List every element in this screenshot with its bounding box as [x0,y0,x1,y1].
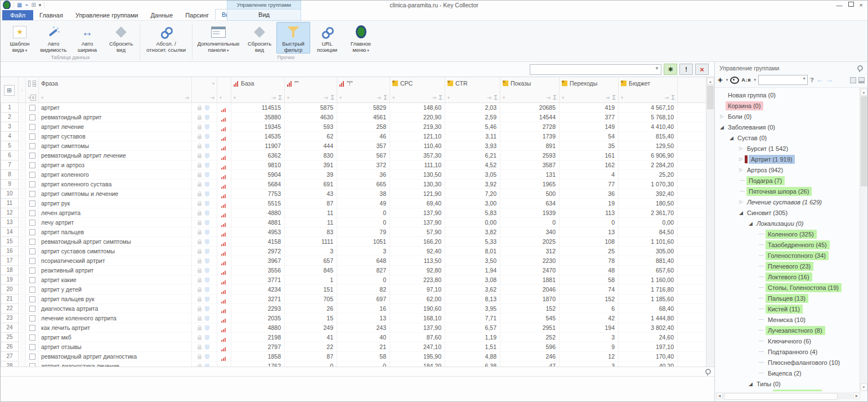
row-number[interactable]: 6 [1,151,19,160]
row-checkbox[interactable] [29,114,35,120]
row-checkbox[interactable] [29,354,35,360]
tree-item[interactable]: ◢Сустав (0) [715,132,860,143]
row-number[interactable]: 14 [1,227,19,237]
row-number[interactable]: 17 [1,256,19,266]
table-row[interactable]: 22диагностика артрита22932616190,603,951… [1,304,706,314]
tree-vertical-scrollbar[interactable]: ▲ ▼ [860,88,867,391]
apply-filter-button[interactable]: ✱ [664,64,677,75]
chevron-down-icon[interactable]: ▼ [802,77,806,81]
tab-file[interactable]: Файл [2,10,33,20]
row-number[interactable]: 27 [1,352,19,361]
table-row[interactable]: 26артрит отзывы27972221247,101,515969197… [1,342,706,352]
forward-arrow-icon[interactable]: → [826,76,833,84]
column-header-shows[interactable]: Показы [511,80,531,87]
grid-vertical-scrollbar[interactable]: ▲ [706,77,714,367]
row-number[interactable]: 5 [1,141,19,151]
filter-icon[interactable]: ▾ [41,95,43,100]
row-number[interactable]: 25 [1,333,19,342]
visibility-icon[interactable] [730,77,739,84]
table-row[interactable]: 27ревматоидный артрит диагностика1858875… [1,352,706,361]
tree-item[interactable]: ▷Лечение суставов (1 629) [715,196,860,207]
row-number[interactable]: 28 [1,361,19,367]
main-menu-button[interactable]: Главноеменю▾ [344,22,378,54]
row-number[interactable]: 12 [1,208,19,218]
collapse-arrow-icon[interactable]: ◢ [718,124,726,130]
row-checkbox[interactable] [29,220,35,226]
tree-item[interactable]: ◢Локализации (0) [715,218,860,229]
collapse-arrow-icon[interactable]: ◢ [737,210,745,216]
table-row[interactable]: 9артрит коленного сустава5684691665130,3… [1,180,706,189]
row-checkbox[interactable] [29,191,35,197]
collapse-arrow-icon[interactable]: ◢ [728,135,735,141]
row-number[interactable]: 21 [1,294,19,304]
minimize-button[interactable]: — [836,2,843,8]
row-number[interactable]: 9 [1,180,19,189]
tree-item[interactable]: Голеностопного (34) [715,250,860,261]
sum-icon[interactable]: Σ [494,95,498,101]
tree-item[interactable]: ▷Артроз (942) [715,164,860,175]
tree-item[interactable]: ◢Типы (0) [715,378,860,389]
row-number[interactable]: 8 [1,170,19,180]
table-row[interactable]: 14артрит пальцев4953837957,903,823401384… [1,227,706,237]
collapse-arrow-icon[interactable]: ◢ [747,221,754,226]
row-number[interactable]: 16 [1,247,19,256]
column-header-base[interactable]: База [241,80,254,87]
scroll-up-icon[interactable]: ▲ [707,78,714,85]
tree-item[interactable]: Плечевого (23) [715,261,860,271]
column-header-clicks[interactable]: Переходы [570,80,597,87]
pin-column-icon[interactable]: ⇥ [664,95,668,101]
expand-arrow-icon[interactable]: ▷ [737,157,745,162]
expand-arrow-icon[interactable]: ▷ [737,146,745,151]
row-checkbox[interactable] [29,277,35,283]
quick-filter-button[interactable]: Быстрыйфильтр [276,22,310,53]
table-row[interactable]: 1артрит11451558755829148,602,03206854194… [1,103,706,113]
table-row[interactable]: 7артрит и артроз9810391372111,104,523587… [1,160,706,170]
expand-arrow-icon[interactable]: ▷ [718,114,726,119]
help-icon[interactable]: ? [810,77,814,83]
table-row[interactable]: 21артрит пальцев рук327170569762,008,131… [1,294,706,304]
scrollbar-thumb[interactable] [707,86,714,109]
filter-icon[interactable]: ▾ [621,95,623,100]
row-checkbox[interactable] [29,239,35,245]
row-header-icon[interactable]: ⊞ [4,85,15,96]
sum-icon[interactable]: Σ [612,95,616,101]
row-number[interactable]: 2 [1,113,19,122]
tree-item[interactable]: Локтевого (16) [715,271,860,282]
row-number[interactable]: 19 [1,275,19,285]
tree-item[interactable]: ◢Синовит (305) [715,207,860,218]
back-arrow-icon[interactable]: ← [816,76,824,84]
column-header-ctr[interactable]: CTR [455,80,468,87]
row-number[interactable]: 13 [1,218,19,227]
select-all-checkbox[interactable] [28,81,30,87]
row-checkbox[interactable] [29,181,35,187]
row-checkbox[interactable] [29,210,35,216]
row-checkbox[interactable] [29,315,35,321]
pin-column-icon[interactable]: ⇥ [376,95,381,101]
row-number[interactable]: 26 [1,342,19,352]
dropdown-arrow-icon[interactable]: ▾ [726,78,728,82]
table-row[interactable]: 16артрит суставов симптомы29723392,408,0… [1,247,706,256]
table-row[interactable]: 28артрит диагностика лечение176200184,20… [1,361,706,367]
pin-icon[interactable] [705,369,711,374]
panel-layout-icon[interactable] [850,77,856,83]
tree-item[interactable]: Корзина (0) [715,100,860,111]
panel-layout-icon-2[interactable] [858,77,865,83]
table-row[interactable]: 17псориатический артрит3967657648113,503… [1,256,706,266]
row-number[interactable]: 1 [1,103,19,113]
tree-item[interactable]: ▷Артрит (1 919) [715,154,860,164]
row-checkbox[interactable] [29,258,35,264]
tab-parsing[interactable]: Парсинг [179,10,215,20]
tree-item[interactable]: Пяточная шпора (26) [715,186,860,196]
table-row[interactable]: 10артрит симптомы и лечение77534338121,9… [1,189,706,199]
table-row[interactable]: 4артрит суставов145356246121,103,1117395… [1,132,706,141]
column-header-cpc[interactable]: CPC [400,80,413,87]
row-checkbox[interactable] [29,200,35,207]
url-positions-button[interactable]: URLпозиции [310,22,344,53]
table-row[interactable]: 15ревматоидный артрит симптомы4158111110… [1,237,706,247]
row-number[interactable]: 10 [1,189,19,199]
tree-item[interactable]: Подагра (7) [715,175,860,186]
row-number[interactable]: 15 [1,237,19,247]
tree-item[interactable]: Тазобедренного (45) [715,239,860,250]
collapse-arrow-icon[interactable]: ◢ [747,381,754,387]
warning-filter-button[interactable]: ! [679,64,693,75]
